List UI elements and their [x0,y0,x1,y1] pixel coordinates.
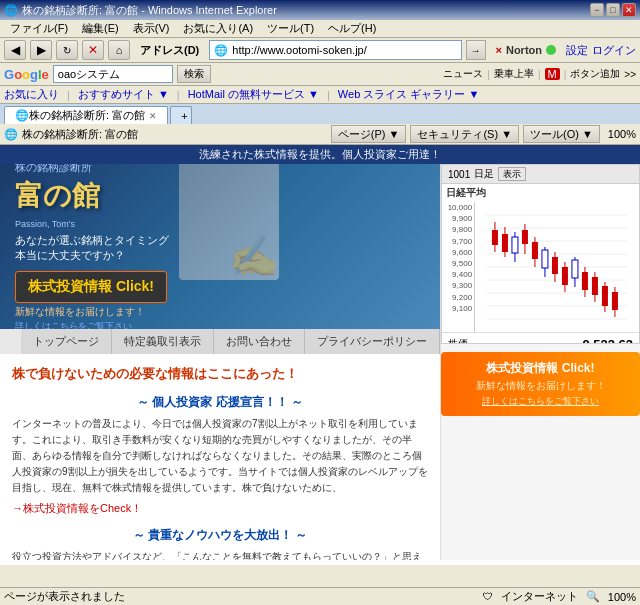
toolbar-separator1: | [487,69,490,80]
site-nav: トップページ 特定義取引表示 お問い合わせ プライバシーポリシー [0,329,440,354]
svg-rect-34 [612,292,618,310]
zoom-display: 100% [608,591,636,603]
stock-chart: 1001 日足 表示 日経平均 10,000 9,900 9,800 9,700… [441,164,640,344]
recommended-sites-link[interactable]: おすすめサイト ▼ [78,87,169,102]
active-tab[interactable]: 🌐 株の銘柄診断所: 富の館 ✕ [4,106,168,124]
refresh-button[interactable]: ↻ [56,40,78,60]
links-bar: お気に入り | おすすめサイト ▼ | HotMail の無料サービス ▼ | … [0,86,640,104]
svg-rect-28 [582,272,588,290]
stock-price-value: 9,523.63 [582,337,633,344]
hero-cta-sub: 新鮮な情報をお届けします！ [15,305,169,319]
menu-tools[interactable]: ツール(T) [261,20,320,37]
svg-rect-24 [562,267,568,285]
sidebar-cta[interactable]: 株式投資情報 Click! 新鮮な情報をお届けします！ 詳しくはこちらをご覧下さ… [441,352,640,416]
browser-icon: 🌐 [4,4,18,17]
gmail-icon[interactable]: M [545,68,560,80]
svg-rect-14 [512,237,518,253]
toolbar-more[interactable]: >> [624,69,636,80]
site-banner-text: 洗練された株式情報を提供。個人投資家ご用達！ [199,148,441,160]
norton-x-icon: × [496,44,502,56]
norton-label: Norton [506,44,542,56]
address-label: アドレス(D) [134,43,205,58]
stock-info: 株価 9,523.63 前日比 −118.49 by 株チャートストラテジ [442,332,639,344]
stop-button[interactable]: ✕ [82,40,104,60]
address-bar[interactable]: 🌐 http://www.ootomi-soken.jp/ [209,40,461,60]
menu-file[interactable]: ファイル(F) [4,20,74,37]
tab-icon: 🌐 [15,109,29,122]
svg-rect-20 [542,250,548,268]
page-button[interactable]: ページ(P) ▼ [331,125,407,143]
section1-link[interactable]: →株式投資情報をCheck！ [12,502,142,514]
protected-mode-icon: 🛡 [483,591,493,602]
breadcrumb-icon: 🌐 [4,128,18,141]
page-breadcrumb: 株の銘柄診断所: 富の館 [22,127,138,142]
maximize-button[interactable]: □ [606,3,620,17]
back-button[interactable]: ◀ [4,40,26,60]
home-button[interactable]: ⌂ [108,40,130,60]
site-article: 株で負けないための必要な情報はここにあった！ ～ 個人投資家 応援宣言！！ ～ … [0,354,440,560]
address-url: http://www.ootomi-soken.jp/ [232,44,367,56]
menu-help[interactable]: ヘルプ(H) [322,20,382,37]
sidebar-cta-label: 株式投資情報 Click! [449,360,632,377]
menu-view[interactable]: 表示(V) [127,20,176,37]
add-button-icon[interactable]: ボタン追加 [570,67,620,81]
svg-rect-22 [552,257,558,274]
close-button[interactable]: ✕ [622,3,636,17]
hero-tagline: 本当に大丈夫ですか？ [15,248,169,263]
article-title: 株で負けないための必要な情報はここにあった！ [12,364,428,385]
nav-top[interactable]: トップページ [21,329,112,354]
section1-text: インターネットの普及により、今日では個人投資家の7割以上がネット取引を利用してい… [12,416,428,496]
news-icon[interactable]: ニュース [443,67,483,81]
svg-rect-26 [572,260,578,278]
zoom-icon: 🔍 [586,590,600,603]
security-button[interactable]: セキュリティ(S) ▼ [410,125,519,143]
menu-bar: ファイル(F) 編集(E) 表示(V) お気に入り(A) ツール(T) ヘルプ(… [0,20,640,38]
favorites-link[interactable]: お気に入り [4,87,59,102]
chart-icon[interactable]: 乗車上率 [494,67,534,81]
chart-display-button[interactable]: 表示 [498,167,526,181]
google-search-input[interactable] [53,65,173,83]
minimize-button[interactable]: − [590,3,604,17]
website: 洗練された株式情報を提供。個人投資家ご用達！ 株の銘柄診断所 富の館 Passi… [0,145,640,565]
nav-contact[interactable]: お問い合わせ [214,329,305,354]
sidebar-cta-sub: 新鮮な情報をお届けします！ [449,379,632,393]
page-btn-label: ページ(P) ▼ [338,127,400,142]
tab-label: 株の銘柄診断所: 富の館 [29,108,145,123]
chart-code: 1001 [448,169,470,180]
address-icon: 🌐 [214,44,228,57]
content-area: 洗練された株式情報を提供。個人投資家ご用達！ 株の銘柄診断所 富の館 Passi… [0,145,640,565]
status-text: ページが表示されました [4,589,483,604]
tab-bar: 🌐 株の銘柄診断所: 富の館 ✕ + [0,104,640,124]
svg-rect-16 [522,230,528,244]
tools-button[interactable]: ツール(O) ▼ [523,125,600,143]
nav-privacy[interactable]: プライバシーポリシー [305,329,440,354]
title-bar: 🌐 株の銘柄診断所: 富の館 - Windows Internet Explor… [0,0,640,20]
new-tab-button[interactable]: + [170,106,192,124]
norton-login[interactable]: ログイン [592,43,636,58]
hero-cta-label: 株式投資情報 Click! [28,278,154,294]
forward-button[interactable]: ▶ [30,40,52,60]
hero-subtitle: あなたが選ぶ銘柄とタイミング [15,233,169,248]
norton-settings[interactable]: 設定 [566,43,588,58]
hotmail-link[interactable]: HotMail の無料サービス ▼ [188,87,319,102]
site-left-column: 株の銘柄診断所 富の館 Passion, Tom's あなたが選ぶ銘柄とタイミン… [0,164,440,560]
google-search-button[interactable]: 検索 [177,65,211,83]
sidebar-cta-link[interactable]: 詳しくはこちらをご覧下さい [449,395,632,408]
section2-title: ～ 貴重なノウハウを大放出！ ～ [12,526,428,545]
hero-cta-button[interactable]: 株式投資情報 Click! [15,271,167,303]
nav-trading[interactable]: 特定義取引表示 [112,329,214,354]
hero-banner: 株の銘柄診断所 富の館 Passion, Tom's あなたが選ぶ銘柄とタイミン… [0,164,440,329]
window-title: 株の銘柄診断所: 富の館 - Windows Internet Explorer [22,3,277,18]
go-button[interactable]: → [466,40,486,60]
menu-edit[interactable]: 編集(E) [76,20,125,37]
svg-rect-12 [502,234,508,252]
site-right-column: 1001 日足 表示 日経平均 10,000 9,900 9,800 9,700… [440,164,640,560]
menu-favorites[interactable]: お気に入り(A) [177,20,259,37]
gallery-link[interactable]: Web スライス ギャラリー ▼ [338,87,479,102]
tab-close-icon[interactable]: ✕ [149,111,157,121]
candlestick-chart [474,202,639,332]
hero-romaji: Passion, Tom's [15,219,169,229]
hero-cta-link[interactable]: 詳しくはこちらをご覧下さい [15,320,169,329]
main-toolbar: ◀ ▶ ↻ ✕ ⌂ アドレス(D) 🌐 http://www.ootomi-so… [0,38,640,63]
security-btn-label: セキュリティ(S) ▼ [417,127,512,142]
